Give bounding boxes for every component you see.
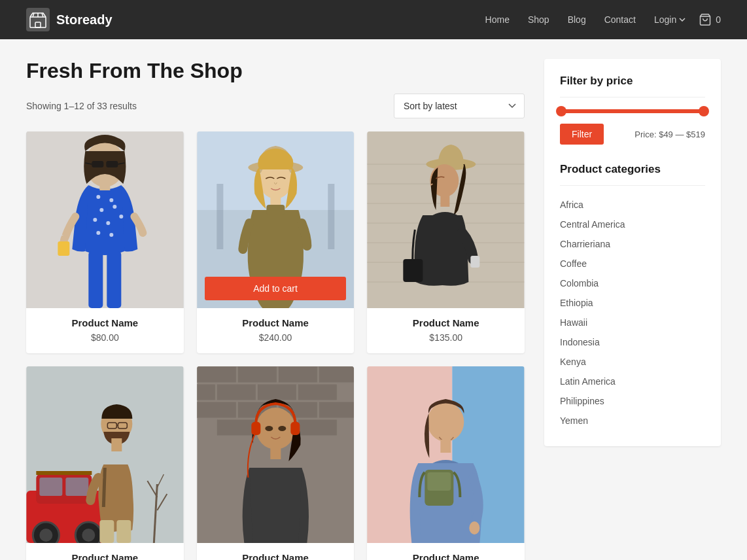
svg-rect-59 — [99, 520, 114, 543]
svg-rect-7 — [92, 161, 103, 167]
category-item[interactable]: Kenya — [560, 352, 705, 372]
product-price-1: $80.00 — [37, 332, 173, 343]
product-image-6 — [367, 366, 525, 543]
svg-point-53 — [39, 529, 52, 542]
category-item[interactable]: Colombia — [560, 273, 705, 293]
svg-point-11 — [96, 195, 100, 199]
add-to-cart-button[interactable]: Add to cart — [205, 277, 347, 300]
svg-rect-82 — [298, 419, 337, 436]
category-item[interactable]: Indonesia — [560, 332, 705, 352]
add-to-cart-overlay: Add to cart — [197, 269, 355, 308]
product-info: Product Name $240.00 — [197, 308, 355, 353]
category-item[interactable]: Africa — [560, 195, 705, 215]
sort-select[interactable]: Sort by latest Sort by price: low to hig… — [394, 94, 525, 118]
product-name-2: Product Name — [207, 317, 344, 328]
category-item[interactable]: Hawaii — [560, 313, 705, 332]
category-item[interactable]: Central America — [560, 215, 705, 234]
page-wrapper: Fresh From The Shop Showing 1–12 of 33 r… — [0, 39, 747, 560]
svg-point-91 — [428, 402, 464, 442]
sidebar-card: Filter by price Filter Price: $49 — $519… — [544, 59, 721, 446]
main-nav: Home Shop Blog Contact Login — [485, 14, 686, 25]
product-price-2: $240.00 — [207, 332, 344, 343]
svg-point-83 — [256, 408, 295, 449]
product-card: Product Name $80.00 — [26, 131, 184, 353]
product-info: Product Name $95.00 — [26, 543, 184, 560]
product-image-5 — [197, 366, 355, 543]
svg-point-16 — [106, 221, 110, 225]
category-item[interactable]: Latin America — [560, 372, 705, 391]
categories-title: Product categories — [560, 163, 705, 186]
nav-login[interactable]: Login — [654, 14, 686, 25]
product-name-1: Product Name — [37, 317, 173, 328]
nav-home[interactable]: Home — [485, 14, 510, 25]
filter-button[interactable]: Filter — [560, 124, 604, 145]
product-card: Product Name $135.00 — [367, 131, 525, 353]
nav-blog[interactable]: Blog — [568, 14, 586, 25]
svg-rect-68 — [197, 366, 236, 383]
svg-rect-74 — [298, 384, 337, 400]
svg-point-86 — [265, 426, 273, 431]
category-item[interactable]: Yemen — [560, 411, 705, 430]
product-name-3: Product Name — [377, 317, 514, 328]
svg-rect-70 — [278, 366, 317, 383]
category-list: AfricaCentral AmericaCharrierianaCoffeeC… — [560, 195, 705, 430]
filter-row: Filter Price: $49 — $519 — [560, 124, 705, 145]
product-card: Product Name $120.00 — [367, 366, 525, 560]
svg-rect-60 — [116, 520, 131, 543]
product-image-3 — [367, 131, 525, 308]
svg-rect-22 — [88, 251, 103, 308]
product-name-5: Product Name — [207, 552, 344, 560]
svg-point-13 — [99, 208, 103, 212]
nav-contact[interactable]: Contact — [604, 14, 636, 25]
results-bar: Showing 1–12 of 33 results Sort by lates… — [26, 94, 525, 118]
product-image-wrap: Add to cart — [197, 131, 355, 308]
svg-rect-92 — [441, 440, 451, 453]
chevron-down-icon — [679, 18, 686, 22]
category-item[interactable]: Ethiopia — [560, 293, 705, 313]
svg-point-17 — [119, 215, 123, 219]
filter-by-price-title: Filter by price — [560, 75, 705, 97]
svg-rect-72 — [217, 384, 256, 400]
product-name-6: Product Name — [377, 552, 514, 560]
product-image-wrap — [367, 131, 525, 308]
svg-point-12 — [109, 198, 113, 202]
results-count: Showing 1–12 of 33 results — [26, 101, 137, 111]
svg-rect-44 — [471, 256, 480, 268]
svg-rect-56 — [39, 478, 62, 496]
category-item[interactable]: Charrieriana — [560, 234, 705, 254]
cart-icon — [699, 13, 712, 26]
product-image-wrap — [26, 366, 184, 543]
svg-rect-58 — [36, 471, 92, 475]
logo[interactable]: Stoready — [26, 8, 485, 31]
svg-rect-42 — [404, 259, 423, 282]
nav-shop[interactable]: Shop — [528, 14, 549, 25]
product-image-1 — [26, 131, 184, 308]
product-price-3: $135.00 — [377, 332, 514, 343]
svg-rect-88 — [270, 447, 281, 459]
site-header: Stoready Home Shop Blog Contact Login 0 — [0, 0, 747, 39]
svg-rect-69 — [237, 366, 277, 383]
svg-rect-26 — [217, 184, 223, 249]
svg-point-14 — [113, 205, 116, 209]
svg-rect-80 — [217, 419, 256, 436]
logo-text: Stoready — [56, 12, 113, 27]
product-image-wrap — [26, 131, 184, 308]
product-info: Product Name $135.00 — [367, 308, 525, 353]
svg-rect-20 — [58, 241, 69, 256]
page-title: Fresh From The Shop — [26, 59, 525, 83]
svg-point-95 — [470, 521, 480, 534]
price-range-text: Price: $49 — $519 — [634, 130, 705, 139]
cart-area[interactable]: 0 — [699, 13, 721, 26]
svg-rect-71 — [319, 366, 354, 383]
product-name-4: Product Name — [37, 552, 173, 560]
category-item[interactable]: Coffee — [560, 254, 705, 273]
svg-point-18 — [96, 231, 100, 235]
product-info: Product Name $120.00 — [367, 543, 525, 560]
cart-count: 0 — [716, 14, 721, 25]
sidebar: Filter by price Filter Price: $49 — $519… — [544, 59, 721, 560]
product-grid: Product Name $80.00 — [26, 131, 525, 560]
svg-rect-31 — [266, 205, 285, 215]
svg-rect-43 — [441, 195, 450, 207]
svg-rect-21 — [99, 183, 110, 190]
category-item[interactable]: Philippines — [560, 391, 705, 411]
